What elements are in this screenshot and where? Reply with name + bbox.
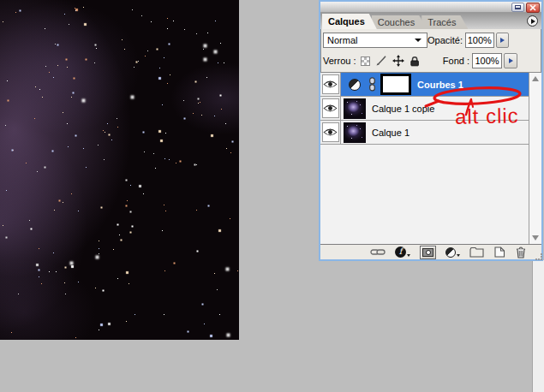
slider-arrow-icon [509,58,513,63]
layer-row-courbes-1[interactable]: Courbes 1 [320,73,529,97]
workspace-side-strip [532,260,544,392]
layer-name: Calque 1 copie [372,104,434,114]
tab-calques[interactable]: Calques [322,14,377,29]
layer-thumbnail[interactable] [344,98,366,119]
eye-icon [323,128,338,137]
blend-mode-select[interactable]: Normal [323,33,427,48]
tab-couches-label: Couches [378,17,415,27]
palette-tabbar: Calques Couches Tracés [320,13,541,29]
lock-position-icon[interactable] [392,55,404,67]
close-button[interactable] [526,3,540,13]
link-layers-icon[interactable] [370,248,386,256]
curves-adjustment-icon[interactable] [349,79,361,91]
layer-name: Calque 1 [372,128,409,138]
minimize-icon [515,5,521,9]
layer-thumbnail[interactable] [344,122,366,143]
eye-icon [323,80,338,89]
visibility-cell[interactable] [320,121,341,144]
tab-traces-label: Tracés [427,17,456,27]
scroll-down-icon[interactable] [532,235,539,241]
chevron-down-icon [457,254,460,257]
opacity-input[interactable]: 100% [465,33,494,48]
lock-label: Verrou : [323,56,356,66]
layer-row-calque-1-copie[interactable]: Calque 1 copie [320,97,529,121]
delete-layer-icon[interactable] [515,246,527,258]
palette-titlebar[interactable] [320,2,541,13]
slider-arrow-icon [500,38,505,43]
adjustment-layer-icon [445,247,456,258]
fill-slider-button[interactable] [504,53,517,68]
tab-couches[interactable]: Couches [372,15,427,29]
scroll-up-icon[interactable] [532,76,539,81]
add-layer-mask-icon [422,248,433,257]
minimize-button[interactable] [511,3,524,12]
close-icon [529,4,536,11]
mask-link-icon[interactable] [368,77,376,92]
layer-style-button[interactable]: f [395,246,410,258]
visibility-cell[interactable] [320,73,341,96]
resize-grip[interactable] [533,251,540,258]
new-layer-icon[interactable] [493,246,505,258]
new-group-icon[interactable] [469,246,484,258]
lock-transparency-icon[interactable] [361,56,370,66]
layer-style-icon: f [395,246,406,258]
lock-paint-icon[interactable] [375,55,387,67]
new-adjustment-layer-button[interactable] [445,247,460,258]
layers-palette: Calques Couches Tracés Normal Opacité: 1… [319,0,543,261]
palette-menu-button[interactable] [527,15,538,27]
layer-controls: Normal Opacité: 100% Verrou : [320,29,541,72]
visibility-cell[interactable] [320,97,341,120]
blend-mode-value: Normal [327,35,357,45]
tab-traces[interactable]: Tracés [421,15,468,29]
lock-all-icon[interactable] [409,56,420,67]
layer-list-scrollbar[interactable] [529,73,541,244]
fill-label: Fond : [443,56,469,66]
document-canvas[interactable] [0,0,239,340]
add-layer-mask-button[interactable] [420,246,436,259]
opacity-slider-button[interactable] [496,33,509,48]
layer-row-calque-1[interactable]: Calque 1 [320,121,529,145]
layer-mask-thumbnail[interactable] [380,74,411,95]
menu-arrow-icon [531,19,535,24]
chevron-down-icon [407,254,410,257]
fill-input[interactable]: 100% [472,53,502,68]
chevron-down-icon [415,39,421,42]
opacity-value: 100% [468,35,492,45]
stars-decoration [0,0,1,1]
layer-name: Courbes 1 [417,80,463,90]
fill-value: 100% [475,56,499,66]
eye-icon [323,104,338,113]
palette-footer: f [320,244,541,259]
opacity-label: Opacité: [427,35,463,45]
tab-calques-label: Calques [328,16,365,27]
layer-list: Courbes 1 Calque 1 copie [320,72,541,244]
